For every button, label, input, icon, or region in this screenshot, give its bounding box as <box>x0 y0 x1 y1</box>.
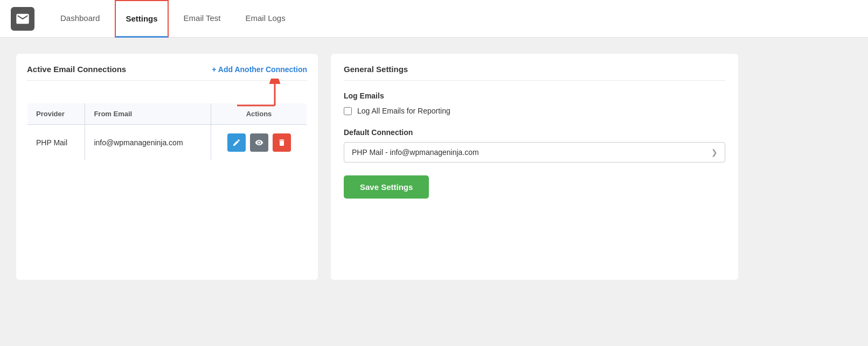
app-logo <box>11 7 34 31</box>
top-navigation: Dashboard Settings Email Test Email Logs <box>0 0 868 38</box>
view-button[interactable] <box>250 133 268 152</box>
col-header-from-email: From Email <box>85 103 211 125</box>
log-all-emails-row: Log All Emails for Reporting <box>344 107 725 115</box>
delete-button[interactable] <box>273 133 291 152</box>
eye-icon <box>255 138 263 147</box>
log-all-emails-checkbox[interactable] <box>344 107 352 115</box>
log-emails-label: Log Emails <box>344 91 725 100</box>
mail-icon <box>15 11 30 26</box>
default-connection-wrapper: PHP Mail - info@wpmanageninja.com ❯ <box>344 142 725 163</box>
log-all-emails-checkbox-label[interactable]: Log All Emails for Reporting <box>357 107 450 115</box>
default-connection-select[interactable]: PHP Mail - info@wpmanageninja.com <box>344 142 725 163</box>
main-content: Active Email Connections + Add Another C… <box>0 38 754 296</box>
red-arrow <box>232 79 286 108</box>
tab-email-test[interactable]: Email Test <box>174 0 231 38</box>
nav-tabs: Dashboard Settings Email Test Email Logs <box>51 0 295 37</box>
from-email-cell: info@wpmanageninja.com <box>85 125 211 161</box>
tab-dashboard[interactable]: Dashboard <box>51 0 109 38</box>
col-header-provider: Provider <box>27 103 85 125</box>
tab-email-logs[interactable]: Email Logs <box>236 0 295 38</box>
edit-button[interactable] <box>227 133 246 152</box>
provider-cell: PHP Mail <box>27 125 85 161</box>
right-panel-title: General Settings <box>344 65 725 81</box>
action-buttons <box>220 133 298 152</box>
right-panel: General Settings Log Emails Log All Emai… <box>331 54 738 280</box>
tab-settings[interactable]: Settings <box>115 0 168 38</box>
save-settings-button[interactable]: Save Settings <box>344 175 429 199</box>
actions-cell <box>211 125 307 161</box>
edit-icon <box>232 138 241 147</box>
connections-table: Provider From Email Actions PHP Mail inf… <box>27 103 307 161</box>
add-connection-button[interactable]: + Add Another Connection <box>212 65 307 74</box>
default-connection-label: Default Connection <box>344 128 725 137</box>
trash-icon <box>277 138 286 147</box>
left-panel-title: Active Email Connections <box>27 65 126 74</box>
table-row: PHP Mail info@wpmanageninja.com <box>27 125 307 161</box>
logo-area <box>11 7 34 31</box>
left-panel: Active Email Connections + Add Another C… <box>16 54 318 280</box>
